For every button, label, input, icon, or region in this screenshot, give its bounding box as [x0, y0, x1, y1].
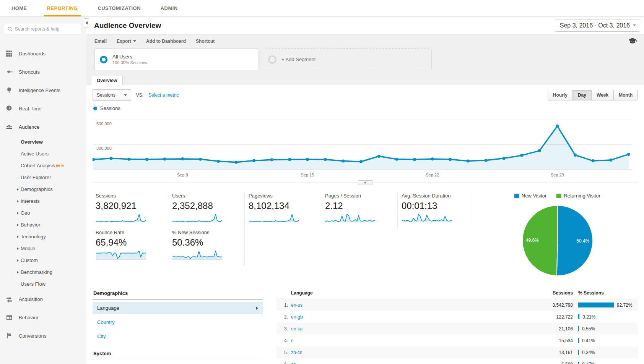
data-point-sep-4[interactable]	[110, 157, 113, 160]
sidebar-item-benchmarking[interactable]: Benchmarking	[0, 266, 86, 278]
granularity-hourly-button[interactable]: Hourly	[548, 90, 573, 100]
search-input[interactable]	[15, 26, 78, 32]
metric-select-dropdown[interactable]: Sessions	[93, 89, 131, 101]
sidebar-item-mobile[interactable]: Mobile	[0, 243, 86, 254]
dimension-row-city[interactable]: City	[93, 330, 263, 342]
table-row-en-us: 1.en-us3,542,79892.72%	[276, 299, 638, 311]
report-search-box[interactable]	[4, 24, 81, 34]
data-point-sep-7[interactable]	[163, 158, 166, 161]
pct-bar	[578, 362, 579, 364]
data-point-sep-10[interactable]	[217, 160, 220, 163]
sidebar-item-behavior[interactable]: Behavior	[0, 308, 86, 327]
granularity-month-button[interactable]: Month	[614, 90, 638, 100]
segment-all-users[interactable]: All Users 100.00% Sessions	[94, 49, 259, 70]
data-point-sep-16[interactable]	[324, 158, 327, 161]
language-link[interactable]: c	[291, 338, 293, 343]
nav-tab-customization[interactable]: CUSTOMIZATION	[98, 0, 141, 16]
toolbar-export-button[interactable]: Export	[117, 39, 136, 44]
language-link[interactable]: en-gb	[291, 314, 303, 320]
data-point-sep-9[interactable]	[199, 158, 202, 161]
data-point-sep-17[interactable]	[342, 159, 345, 162]
sidebar-item-acquisition[interactable]: Acquisition	[0, 290, 86, 308]
data-point-sep-6[interactable]	[145, 158, 148, 161]
data-point-sep-20[interactable]	[395, 158, 398, 161]
scorecard-users[interactable]: Users2,352,888	[168, 192, 245, 229]
sidebar-item-overview[interactable]: Overview	[0, 136, 86, 148]
sidebar-item-interests[interactable]: Interests	[0, 195, 86, 207]
data-point-sep-30[interactable]	[574, 154, 577, 157]
sidebar-item-demographics[interactable]: Demographics	[0, 183, 86, 195]
sidebar-item-cohort-analysis[interactable]: Cohort AnalysisBETA	[0, 160, 86, 171]
data-point-sep-28[interactable]	[538, 149, 541, 152]
scorecard-bounce-rate[interactable]: Bounce Rate65.94%	[92, 229, 168, 265]
data-point-sep-19[interactable]	[377, 155, 381, 158]
scorecard-row-2: Bounce Rate65.94%% New Sessions50.36%	[92, 229, 476, 265]
nav-tab-admin[interactable]: ADMIN	[161, 0, 178, 16]
chart-collapse-button[interactable]	[358, 180, 372, 185]
scorecard-sessions[interactable]: Sessions3,820,921	[92, 192, 168, 229]
scorecard-pageviews[interactable]: Pageviews8,102,134	[245, 192, 321, 229]
data-point-oct-2[interactable]	[609, 159, 612, 162]
sidebar-item-user-explorer[interactable]: User Explorer	[0, 171, 86, 183]
date-range-selector[interactable]: Sep 3, 2016 - Oct 3, 2016	[555, 19, 640, 32]
dimension-row-browser[interactable]: Browser	[93, 362, 263, 364]
data-point-sep-21[interactable]	[413, 158, 416, 161]
data-point-sep-12[interactable]	[252, 159, 255, 162]
data-point-sep-18[interactable]	[359, 160, 363, 163]
svg-text:300,000: 300,000	[96, 146, 112, 150]
nav-tab-reporting[interactable]: REPORTING	[47, 0, 78, 16]
data-point-sep-27[interactable]	[520, 154, 523, 157]
data-point-sep-29[interactable]	[556, 125, 559, 128]
data-point-sep-26[interactable]	[502, 157, 505, 160]
segment-text: All Users 100.00% Sessions	[112, 54, 147, 65]
data-point-sep-23[interactable]	[449, 158, 452, 161]
language-link[interactable]: es	[291, 362, 296, 364]
data-point-oct-1[interactable]	[592, 159, 595, 162]
sidebar-item-custom[interactable]: Custom	[0, 254, 86, 266]
data-point-sep-14[interactable]	[288, 158, 291, 161]
data-point-oct-3[interactable]	[627, 153, 630, 156]
sidebar-item-dashboards[interactable]: Dashboards	[0, 44, 86, 63]
dimension-row-language[interactable]: Language	[93, 302, 263, 314]
language-link[interactable]: zh-cn	[291, 350, 302, 355]
data-point-sep-22[interactable]	[431, 157, 434, 160]
data-point-sep-24[interactable]	[467, 159, 470, 162]
data-point-sep-5[interactable]	[127, 158, 130, 161]
acquisition-icon	[6, 296, 13, 303]
data-point-sep-8[interactable]	[181, 157, 184, 160]
data-point-sep-25[interactable]	[485, 159, 488, 162]
granularity-day-button[interactable]: Day	[573, 90, 592, 100]
sidebar-item-real-time[interactable]: Real-Time	[0, 99, 86, 118]
language-link[interactable]: en-us	[291, 303, 302, 308]
sidebar-item-geo[interactable]: Geo	[0, 207, 86, 219]
dimension-row-country[interactable]: Country	[93, 316, 263, 328]
sidebar-item-audience[interactable]: Audience	[0, 118, 86, 136]
sidebar-collapse-button[interactable]	[84, 18, 89, 28]
toolbar-shortcut-button[interactable]: Shortcut	[196, 39, 215, 44]
sidebar-item-users-flow[interactable]: Users Flow	[0, 278, 86, 290]
scorecard-avg-session-duration[interactable]: Avg. Session Duration00:01:13	[398, 192, 474, 229]
data-point-sep-13[interactable]	[270, 158, 273, 161]
report-panel: Sessions vs. Select a metric HourlyDayWe…	[86, 85, 644, 364]
sidebar-item-shortcuts[interactable]: Shortcuts	[0, 63, 86, 81]
toolbar-shortcut-label: Shortcut	[196, 39, 215, 44]
sidebar-item-conversions[interactable]: Conversions	[0, 327, 86, 345]
data-point-sep-11[interactable]	[234, 161, 237, 164]
row-language-cell: zh-cn	[288, 350, 531, 355]
education-cap-icon[interactable]	[628, 37, 637, 46]
sidebar-item-behavior[interactable]: Behavior	[0, 219, 86, 231]
add-segment-button[interactable]: + Add Segment	[263, 49, 432, 70]
sidebar-item-intelligence-events[interactable]: Intelligence Events	[0, 81, 86, 99]
toolbar-add-to-dashboard-button[interactable]: Add to Dashboard	[146, 39, 186, 44]
sidebar-item-active-users[interactable]: Active Users	[0, 148, 86, 160]
sidebar-item-technology[interactable]: Technology	[0, 231, 86, 243]
granularity-week-button[interactable]: Week	[592, 90, 614, 100]
toolbar-email-button[interactable]: Email	[94, 39, 107, 44]
data-point-sep-15[interactable]	[306, 158, 309, 161]
scorecard-new-sessions[interactable]: % New Sessions50.36%	[168, 229, 245, 265]
select-metric-link[interactable]: Select a metric	[148, 92, 179, 98]
scorecard-pages-session[interactable]: Pages / Session2.12	[321, 192, 398, 229]
language-link[interactable]: en-ca	[291, 326, 302, 332]
tab-overview[interactable]: Overview	[91, 76, 123, 85]
nav-tab-home[interactable]: HOME	[11, 0, 27, 16]
